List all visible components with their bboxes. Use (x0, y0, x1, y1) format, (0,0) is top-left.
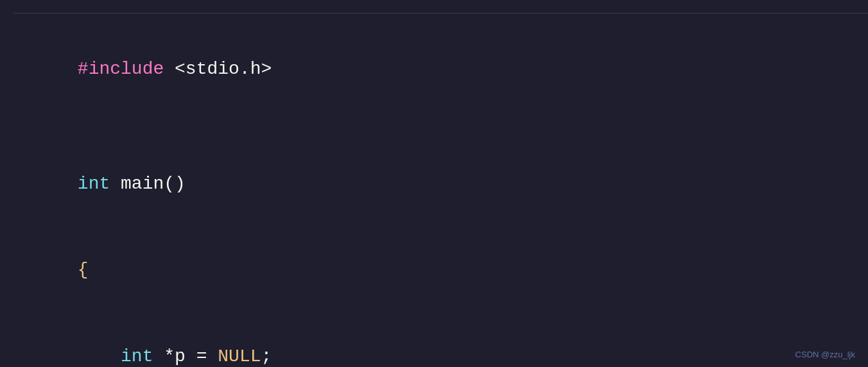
indent-1 (78, 346, 121, 366)
watermark: CSDN @zzu_ljk (795, 350, 855, 359)
code-container: #include <stdio.h> int main() { int *p =… (0, 0, 868, 367)
keyword-int: int (121, 346, 153, 366)
line-int-p-null: int *p = NULL; (13, 314, 868, 367)
line-include: #include <stdio.h> (13, 26, 868, 112)
open-brace: { (78, 260, 89, 280)
var-p-null: *p (153, 346, 196, 366)
semi-1: ; (261, 346, 272, 366)
keyword-include: #include (78, 59, 164, 79)
code-block: #include <stdio.h> int main() { int *p =… (13, 26, 868, 367)
func-main: main() (110, 174, 186, 194)
line-main-decl: int main() (13, 141, 868, 227)
line-open-brace: { (13, 228, 868, 314)
val-null: NULL (207, 346, 261, 366)
keyword-int-main: int (78, 174, 110, 194)
divider (13, 13, 868, 13)
header-stdio: <stdio.h> (164, 59, 272, 79)
op-assign-1: = (196, 346, 207, 366)
blank-line-1 (13, 112, 868, 141)
